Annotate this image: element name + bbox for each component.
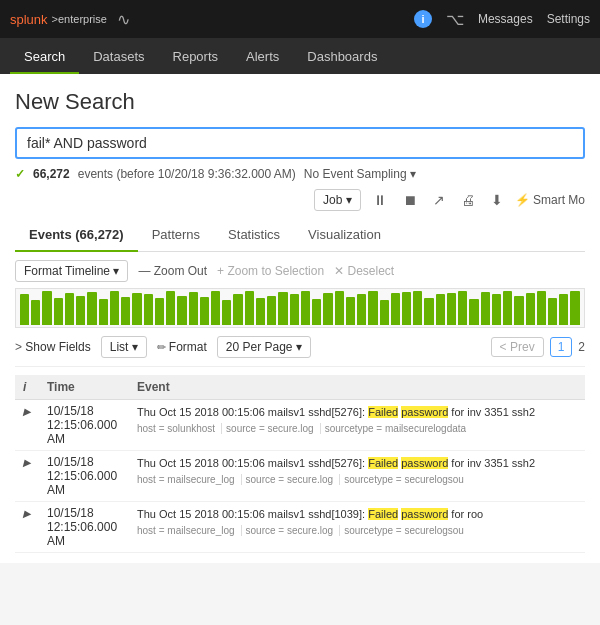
event-meta: host = mailsecure_logsource = secure.log… bbox=[137, 474, 577, 485]
highlight-failed: Failed bbox=[368, 508, 398, 520]
event-meta: host = solunkhostsource = secure.logsour… bbox=[137, 423, 577, 434]
per-page-button[interactable]: 20 Per Page bbox=[217, 336, 311, 358]
nav-tab-reports[interactable]: Reports bbox=[159, 41, 233, 74]
search-input[interactable] bbox=[27, 135, 573, 151]
page-title: New Search bbox=[15, 89, 585, 115]
event-cell: Thu Oct 15 2018 00:15:06 mailsv1 sshd[10… bbox=[129, 502, 585, 553]
smart-mode-button[interactable]: ⚡ Smart Mo bbox=[515, 193, 585, 207]
pause-button[interactable]: ⏸ bbox=[369, 190, 391, 210]
current-page: 1 bbox=[550, 337, 573, 357]
deselect-button[interactable]: ✕ Deselect bbox=[334, 264, 394, 278]
expand-arrow[interactable]: ▶ bbox=[23, 406, 31, 417]
expand-arrow[interactable]: ▶ bbox=[23, 508, 31, 519]
event-meta: host = mailsecure_logsource = secure.log… bbox=[137, 525, 577, 536]
event-meta-item: host = mailsecure_log bbox=[137, 474, 242, 485]
search-box-container bbox=[15, 127, 585, 159]
activity-icon2[interactable]: ⌥ bbox=[446, 10, 464, 29]
nav-tab-search[interactable]: Search bbox=[10, 41, 79, 74]
tab-patterns[interactable]: Patterns bbox=[138, 219, 214, 252]
prev-page-button[interactable]: < Prev bbox=[491, 337, 544, 357]
col-header-event: Event bbox=[129, 375, 585, 400]
event-cell: Thu Oct 15 2018 00:15:06 mailsv1 sshd[52… bbox=[129, 451, 585, 502]
zoom-out-button[interactable]: — Zoom Out bbox=[138, 264, 207, 278]
tab-statistics[interactable]: Statistics bbox=[214, 219, 294, 252]
table-row: ▶10/15/18 12:15:06.000 AMThu Oct 15 2018… bbox=[15, 400, 585, 451]
top-bar: splunk>enterprise ∿ i ⌥ Messages Setting… bbox=[0, 0, 600, 38]
timeline-controls: Format Timeline — Zoom Out + Zoom to Sel… bbox=[15, 260, 585, 282]
event-time: 10/15/18 12:15:06.000 AM bbox=[39, 400, 129, 451]
timeline-chart bbox=[15, 288, 585, 328]
second-nav: Search Datasets Reports Alerts Dashboard… bbox=[0, 38, 600, 74]
share-button[interactable]: ↗ bbox=[429, 190, 449, 210]
col-header-i: i bbox=[15, 375, 39, 400]
table-row: ▶10/15/18 12:15:06.000 AMThu Oct 15 2018… bbox=[15, 502, 585, 553]
highlight-failed: Failed bbox=[368, 406, 398, 418]
show-fields-button[interactable]: Show Fields bbox=[15, 338, 91, 356]
event-meta-item: source = secure.log bbox=[246, 474, 341, 485]
list-mode-button[interactable]: List bbox=[101, 336, 147, 358]
logo: splunk>enterprise bbox=[10, 12, 107, 27]
top-bar-right: i ⌥ Messages Settings bbox=[414, 10, 590, 29]
highlight-failed: Failed bbox=[368, 457, 398, 469]
tab-events[interactable]: Events (66,272) bbox=[15, 219, 138, 252]
stop-button[interactable]: ⏹ bbox=[399, 190, 421, 210]
info-icon[interactable]: i bbox=[414, 10, 432, 28]
format-timeline-button[interactable]: Format Timeline bbox=[15, 260, 128, 282]
expand-arrow[interactable]: ▶ bbox=[23, 457, 31, 468]
events-table: i Time Event ▶10/15/18 12:15:06.000 AMTh… bbox=[15, 375, 585, 553]
format-button[interactable]: Format bbox=[157, 340, 207, 354]
tab-visualization[interactable]: Visualization bbox=[294, 219, 395, 252]
table-row: ▶10/15/18 12:15:06.000 AMThu Oct 15 2018… bbox=[15, 451, 585, 502]
logo-enterprise-text: >enterprise bbox=[52, 13, 107, 25]
highlight-password: password bbox=[401, 508, 448, 520]
highlight-password: password bbox=[401, 406, 448, 418]
sampling-button[interactable]: No Event Sampling bbox=[304, 167, 416, 181]
highlight-password: password bbox=[401, 457, 448, 469]
messages-menu[interactable]: Messages bbox=[478, 12, 533, 26]
next-page-link[interactable]: 2 bbox=[578, 340, 585, 354]
status-check-icon: ✓ bbox=[15, 167, 25, 181]
nav-tab-alerts[interactable]: Alerts bbox=[232, 41, 293, 74]
settings-menu[interactable]: Settings bbox=[547, 12, 590, 26]
nav-tab-datasets[interactable]: Datasets bbox=[79, 41, 158, 74]
event-time: 10/15/18 12:15:06.000 AM bbox=[39, 451, 129, 502]
zoom-selection-label: + Zoom to Selection bbox=[217, 264, 324, 278]
event-time: 10/15/18 12:15:06.000 AM bbox=[39, 502, 129, 553]
page-content: New Search ✓ 66,272 events (before 10/20… bbox=[0, 74, 600, 563]
event-meta-item: source = secure.log bbox=[226, 423, 321, 434]
list-controls: Show Fields List Format 20 Per Page < Pr… bbox=[15, 336, 585, 367]
event-meta-item: sourcetype = securelogsou bbox=[344, 474, 470, 485]
event-count: 66,272 bbox=[33, 167, 70, 181]
status-bar: ✓ 66,272 events (before 10/20/18 9:36:32… bbox=[15, 167, 585, 181]
col-header-time: Time bbox=[39, 375, 129, 400]
event-meta-item: source = secure.log bbox=[246, 525, 341, 536]
top-bar-left: splunk>enterprise ∿ bbox=[10, 10, 130, 29]
event-cell: Thu Oct 15 2018 00:15:06 mailsv1 sshd[52… bbox=[129, 400, 585, 451]
job-button[interactable]: Job bbox=[314, 189, 361, 211]
results-tabs: Events (66,272) Patterns Statistics Visu… bbox=[15, 219, 585, 252]
print-button[interactable]: 🖨 bbox=[457, 190, 479, 210]
export-button[interactable]: ⬇ bbox=[487, 190, 507, 210]
event-meta-item: sourcetype = securelogsou bbox=[344, 525, 470, 536]
event-meta-item: host = mailsecure_log bbox=[137, 525, 242, 536]
event-meta-item: host = solunkhost bbox=[137, 423, 222, 434]
pagination: < Prev 1 2 bbox=[491, 337, 585, 357]
event-meta-item: sourcetype = mailsecurelogdata bbox=[325, 423, 472, 434]
activity-icon[interactable]: ∿ bbox=[117, 10, 130, 29]
job-bar: Job ⏸ ⏹ ↗ 🖨 ⬇ ⚡ Smart Mo bbox=[15, 189, 585, 211]
logo-splunk-text: splunk bbox=[10, 12, 48, 27]
nav-tab-dashboards[interactable]: Dashboards bbox=[293, 41, 391, 74]
event-label: events (before 10/20/18 9:36:32.000 AM) bbox=[78, 167, 296, 181]
